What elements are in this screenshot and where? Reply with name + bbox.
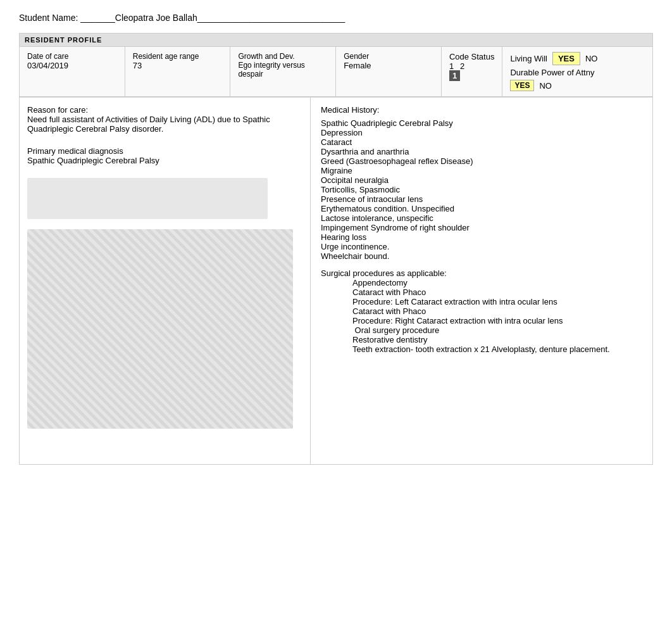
- list-item: Presence of intraocular lens: [321, 194, 642, 204]
- blurred-text-area: [27, 178, 268, 219]
- code-status-numbers: 1 2: [449, 61, 495, 71]
- profile-info-row: Date of care 03/04/2019 Resident age ran…: [20, 47, 652, 97]
- living-will-row: Living Will YES NO: [510, 52, 645, 65]
- reason-text: Need full assistant of Activities of Dai…: [27, 115, 270, 134]
- list-item: Dysarthria and anarthria: [321, 147, 642, 156]
- date-of-care-value: 03/04/2019: [27, 61, 117, 70]
- durable-yes-badge: YES: [510, 80, 534, 91]
- surgical-item-restorative: Restorative dentistry: [352, 335, 642, 344]
- list-item: Occipital neuralgia: [321, 175, 642, 185]
- student-name-line: Student Name: _______Cleopatra Joe Balla…: [19, 13, 653, 23]
- list-item: Greed (Gastroesophageal reflex Disease): [321, 156, 642, 166]
- date-of-care-cell: Date of care 03/04/2019: [20, 47, 125, 96]
- left-panel: Reason for care: Need full assistant of …: [20, 98, 311, 464]
- blurred-image-area: [27, 229, 293, 429]
- page-container: Student Name: _______Cleopatra Joe Balla…: [0, 0, 672, 477]
- surgical-item-teeth: Teeth extraction- tooth extraction x 21 …: [352, 344, 642, 354]
- primary-diagnosis-label: Primary medical diagnosis: [27, 146, 302, 156]
- resident-profile-header: RESIDENT PROFILE: [20, 34, 652, 47]
- student-name-value: _______Cleopatra Joe Ballah_____________…: [80, 13, 345, 23]
- medical-history-list: Spathic Quadriplegic Cerebral Palsy Depr…: [321, 118, 642, 261]
- durable-label: Durable Power of Attny: [510, 68, 594, 77]
- resident-profile-section: RESIDENT PROFILE Date of care 03/04/2019…: [19, 33, 653, 98]
- gender-value: Female: [344, 61, 433, 70]
- age-range-value: 73: [133, 61, 223, 70]
- age-range-cell: Resident age range 73: [125, 47, 231, 96]
- date-of-care-label: Date of care: [27, 52, 117, 61]
- living-will-cell: Living Will YES NO Durable Power of Attn…: [502, 47, 652, 96]
- list-item: Wheelchair bound.: [321, 251, 642, 261]
- durable-power-row: Durable Power of Attny: [510, 68, 645, 77]
- list-item: Urge incontinence.: [321, 242, 642, 251]
- surgical-list: Appendectomy Cataract with Phaco Procedu…: [321, 278, 642, 354]
- surgical-item: Procedure: Right Cataract extraction wit…: [352, 316, 642, 325]
- list-item: Hearing loss: [321, 232, 642, 242]
- code-status-active: 1: [449, 70, 460, 81]
- durable-no-text: NO: [539, 81, 552, 91]
- code-status-1: 1: [449, 61, 454, 71]
- reason-for-care: Reason for care: Need full assistant of …: [27, 105, 302, 134]
- living-will-no-text: NO: [585, 54, 598, 63]
- code-status-cell: Code Status 1 2 1: [442, 47, 503, 96]
- growth-dev-cell: Growth and Dev. Ego integrity versus des…: [230, 47, 336, 96]
- medical-history-section: Medical History: Spathic Quadriplegic Ce…: [321, 105, 642, 261]
- list-item: Depression: [321, 128, 642, 137]
- gender-label: Gender: [344, 52, 433, 61]
- list-item: Spathic Quadriplegic Cerebral Palsy: [321, 118, 642, 128]
- growth-dev-label: Growth and Dev.: [238, 52, 328, 61]
- durable-yes-no-row: YES NO: [510, 80, 645, 91]
- reason-label: Reason for care:: [27, 105, 88, 115]
- code-status-2: 2: [460, 61, 464, 71]
- surgical-label: Surgical procedures as applicable:: [321, 268, 642, 278]
- surgical-procedures-section: Surgical procedures as applicable: Appen…: [321, 268, 642, 354]
- growth-dev-value: Ego integrity versus despair: [238, 61, 328, 79]
- list-item: Lactose intolerance, unspecific: [321, 213, 642, 223]
- living-will-label: Living Will: [510, 54, 547, 63]
- surgical-item: Cataract with Phaco: [352, 287, 642, 297]
- primary-diagnosis: Primary medical diagnosis Spathic Quadri…: [27, 146, 302, 165]
- surgical-item: Procedure: Left Cataract extraction with…: [352, 297, 642, 306]
- gender-cell: Gender Female: [336, 47, 442, 96]
- code-status-active-row: 1: [449, 71, 495, 80]
- surgical-item: Oral surgery procedure: [352, 325, 642, 335]
- age-range-label: Resident age range: [133, 52, 223, 61]
- surgical-item: Cataract with Phaco: [352, 306, 642, 316]
- list-item: Migraine: [321, 166, 642, 175]
- list-item: Impingement Syndrome of right shoulder: [321, 223, 642, 232]
- list-item: Erythematous condition. Unspecified: [321, 204, 642, 213]
- content-section: Reason for care: Need full assistant of …: [19, 98, 653, 465]
- right-panel: Medical History: Spathic Quadriplegic Ce…: [311, 98, 652, 464]
- living-will-yes-badge: YES: [552, 52, 580, 65]
- list-item: Cataract: [321, 137, 642, 147]
- list-item: Torticollis, Spasmodic: [321, 185, 642, 194]
- student-name-label: Student Name:: [19, 13, 78, 23]
- code-status-label: Code Status: [449, 52, 495, 61]
- primary-diagnosis-value: Spathic Quadriplegic Cerebral Palsy: [27, 156, 302, 165]
- medical-history-label: Medical History:: [321, 105, 642, 115]
- surgical-item: Appendectomy: [352, 278, 642, 287]
